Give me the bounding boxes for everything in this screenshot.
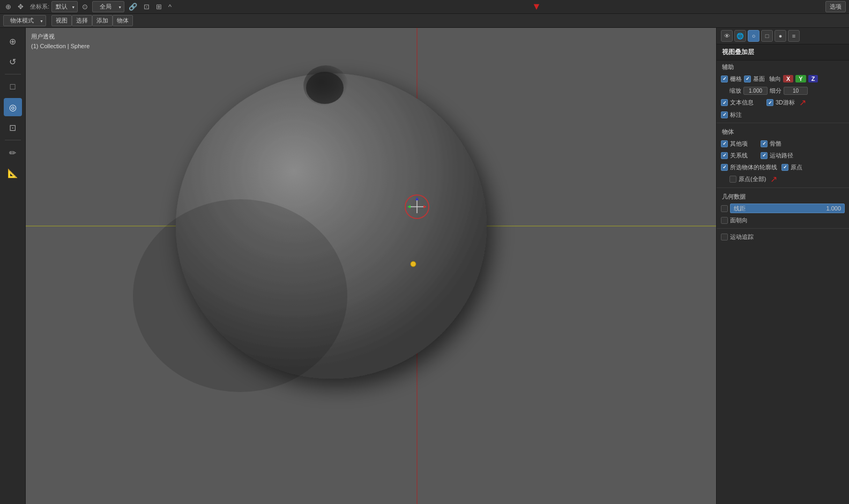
overlay-icon[interactable]: ^ (166, 2, 174, 12)
motion-trace-checkbox[interactable] (721, 234, 728, 240)
view-menu[interactable]: 视图 (51, 15, 72, 26)
motion-trace-row: 运动追踪 (717, 231, 849, 243)
annotation-checkbox[interactable] (721, 111, 728, 118)
top-red-arrow-indicator: ▼ (532, 1, 541, 12)
panel-icon-globe[interactable]: 🌐 (734, 30, 746, 42)
transform-pivot-icon[interactable]: ⊙ (80, 2, 90, 12)
axis-z-btn[interactable]: Z (808, 75, 818, 82)
grid-checkbox[interactable] (721, 76, 728, 82)
panel-header: 视图叠加层 (717, 44, 849, 61)
scale-label: 缩放 (729, 87, 741, 95)
transform-icon[interactable]: ✥ (16, 2, 26, 12)
panel-icon-dot[interactable]: ● (774, 30, 786, 42)
scale-row: 缩放 1.000 细分 10 (717, 85, 849, 96)
subdivide-label: 细分 (770, 87, 781, 95)
top-bar-right: 选项 (825, 1, 846, 12)
relation-motion-row: 关系线 运动路径 (717, 149, 849, 161)
origin-all-label: 原点(全部) (739, 175, 766, 183)
base-checkbox[interactable] (744, 76, 751, 82)
origin-checkbox[interactable] (781, 164, 788, 171)
left-sidebar: ⊕ ↺ □ ◎ ⊡ ✏ 📐 (0, 28, 26, 504)
sidebar-measure-tool[interactable]: 📐 (4, 164, 22, 182)
face-orient-checkbox[interactable] (721, 217, 728, 224)
blender-icon[interactable]: ⊕ (3, 2, 13, 12)
red-arrow-1: ↗ (799, 97, 806, 108)
motion-path-checkbox[interactable] (761, 152, 768, 159)
text-info-checkbox[interactable] (721, 99, 728, 106)
other-checkbox[interactable] (721, 140, 728, 147)
select-menu[interactable]: 选择 (72, 15, 92, 26)
proportional-icon[interactable]: ⊡ (142, 2, 152, 12)
panel-icon-circle[interactable]: ○ (748, 30, 759, 42)
axis-label: 轴向 (769, 75, 781, 83)
sidebar-select-box[interactable]: □ (4, 78, 22, 96)
main-viewport[interactable]: 用户透视 (1) Collection | Sphere (26, 28, 716, 504)
scene-background (26, 28, 716, 504)
bone-label: 骨骼 (770, 140, 781, 148)
textinfo-row: 文本信息 3D游标 ↗ (717, 96, 849, 109)
coord-system-label: 坐标系: (30, 3, 49, 11)
linedist-checkbox[interactable] (721, 205, 728, 212)
origin-all-checkbox[interactable] (729, 176, 736, 183)
svg-point-13 (411, 261, 416, 267)
coord-system-dropdown[interactable]: 默认 (51, 1, 78, 12)
other-bone-row: 其他项 骨骼 (717, 138, 849, 149)
magnet-icon[interactable]: 🔗 (126, 2, 139, 12)
axis-x-btn[interactable]: X (783, 75, 793, 82)
linedist-label: 线距 (734, 205, 746, 213)
motion-path-label: 运动路径 (770, 152, 793, 160)
origin-all-row: 原点(全部) ↗ (717, 173, 849, 185)
bone-checkbox[interactable] (761, 140, 768, 147)
object-menu[interactable]: 物体 (113, 15, 133, 26)
sidebar-cursor-tool[interactable]: ⊕ (4, 32, 22, 50)
svg-point-5 (306, 72, 344, 104)
options-button[interactable]: 选项 (825, 1, 846, 12)
axis-y-btn[interactable]: Y (795, 75, 806, 82)
mode-dropdown[interactable]: 物体模式 (3, 15, 46, 26)
motion-trace-label: 运动追踪 (730, 233, 754, 241)
base-label: 基面 (753, 75, 765, 83)
panel-icon-eye[interactable]: 👁 (721, 30, 733, 42)
annotation-row: 标注 (717, 109, 849, 121)
divider-3 (717, 228, 849, 229)
add-menu[interactable]: 添加 (92, 15, 113, 26)
scene-area: 用户透视 (1) Collection | Sphere (26, 28, 716, 504)
divider-2 (717, 187, 849, 188)
sidebar-scale-tool[interactable]: ⊡ (4, 118, 22, 137)
sidebar-divider-2 (5, 140, 21, 140)
annotation-label: 标注 (730, 111, 742, 119)
top-bar: ⊕ ✥ 坐标系: 默认 ⊙ 全局 🔗 ⊡ ⊞ ^ 选项 (0, 0, 849, 14)
sidebar-divider-1 (5, 74, 21, 74)
other-label: 其他项 (730, 140, 748, 148)
linedist-field[interactable]: 线距 1.000 (730, 204, 845, 213)
relation-label: 关系线 (730, 152, 748, 160)
section-object-title: 物体 (717, 125, 849, 138)
section-geodata-title: 几何数据 (717, 190, 849, 202)
red-arrow-2: ↗ (770, 174, 777, 184)
snap-dropdown[interactable]: 全局 (92, 1, 124, 12)
cursor-3d-label: 3D游标 (776, 99, 795, 107)
subdivide-value-field[interactable]: 10 (784, 87, 808, 95)
divider-1 (717, 123, 849, 123)
panel-top-icons: 👁 🌐 ○ □ ● ≡ (717, 28, 849, 44)
relation-checkbox[interactable] (721, 152, 728, 159)
grid-icon[interactable]: ⊞ (154, 2, 164, 12)
outline-checkbox[interactable] (721, 164, 728, 171)
svg-point-6 (133, 199, 347, 392)
linedist-value: 1.000 (826, 205, 841, 212)
top-bar-left: ⊕ ✥ 坐标系: 默认 ⊙ 全局 🔗 ⊡ ⊞ ^ (3, 1, 174, 12)
text-info-label: 文本信息 (730, 99, 754, 107)
sidebar-annotate-tool[interactable]: ✏ (4, 144, 22, 162)
scale-value-field[interactable]: 1.000 (743, 87, 768, 95)
outline-origin-row: 所选物体的轮廓线 原点 (717, 161, 849, 173)
sidebar-move-tool[interactable]: ↺ (4, 52, 22, 71)
section-assist-title: 辅助 (717, 61, 849, 73)
panel-icon-menu[interactable]: ≡ (788, 30, 800, 42)
face-orient-row: 面朝向 (717, 214, 849, 226)
cursor-3d-checkbox[interactable] (766, 99, 773, 106)
second-bar: 物体模式 视图 选择 添加 物体 (0, 14, 849, 28)
panel-icon-square[interactable]: □ (761, 30, 773, 42)
sidebar-transform-tool[interactable]: ◎ (4, 98, 22, 116)
face-orient-label: 面朝向 (730, 216, 748, 224)
origin-label: 原点 (791, 163, 802, 171)
